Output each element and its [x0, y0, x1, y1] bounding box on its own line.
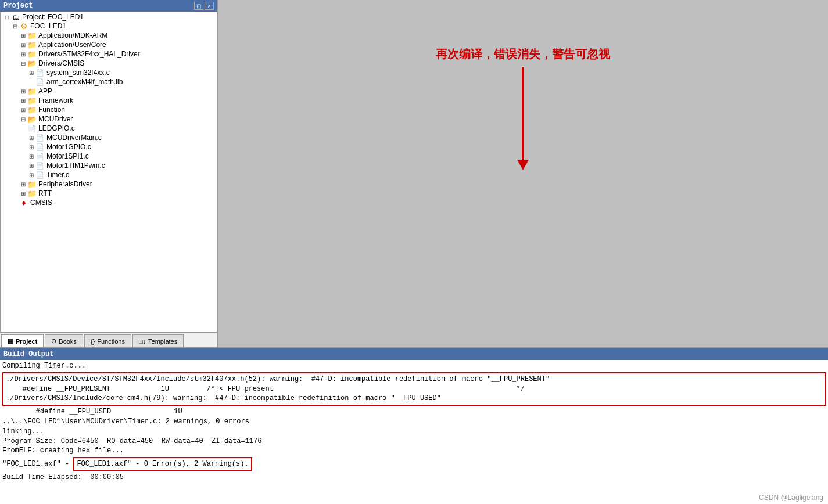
- project-tab-icon: ▦: [8, 337, 13, 345]
- tree-item-ledgpio[interactable]: 📄 LEDGPIO.c: [1, 124, 217, 133]
- tree-item-root[interactable]: □ 🗂 Project: FOC_LED1: [1, 12, 217, 21]
- expand-icon[interactable]: □: [3, 13, 11, 21]
- tree-item-drivers-stm32[interactable]: ⊞ 📁 Drivers/STM32F4xx_HAL_Driver: [1, 49, 217, 59]
- build-output-content[interactable]: Compiling Timer.c... ./Drivers/CMSIS/Dev…: [0, 360, 828, 504]
- tree-label: Project: FOC_LED1: [22, 13, 84, 21]
- expand-icon[interactable]: ⊞: [27, 161, 35, 170]
- tree-item-function[interactable]: ⊞ 📁 Function: [1, 105, 217, 114]
- tree-label: FOC_LED1: [30, 22, 66, 30]
- tree-item-foc-led1[interactable]: ⊟ ⚙ FOC_LED1: [1, 21, 217, 31]
- tab-books[interactable]: ⊙ Books: [45, 334, 83, 347]
- build-line-w1: ./Drivers/CMSIS/Device/ST/STM32F4xx/Incl…: [6, 375, 822, 384]
- annotation-text: 再次编译，错误消失，警告可忽视: [436, 46, 610, 62]
- build-line-timer-warnings: ..\..\FOC_LED1\User\MCUDriver\Timer.c: 2…: [2, 417, 826, 427]
- tree-item-motor1gpio[interactable]: ⊞ 📄 Motor1GPIO.c: [1, 142, 217, 152]
- tree-label: Timer.c: [46, 171, 69, 179]
- tree-label: APP: [38, 87, 52, 95]
- warning-block-1: ./Drivers/CMSIS/Device/ST/STM32F4xx/Incl…: [2, 372, 826, 406]
- expand-icon[interactable]: ⊞: [19, 180, 27, 188]
- expand-icon[interactable]: ⊞: [19, 31, 27, 39]
- tree-label: Motor1TIM1Pwm.c: [46, 161, 105, 170]
- folder-icon: 📁: [27, 51, 37, 57]
- tree-item-app-mdk[interactable]: ⊞ 📁 Application/MDK-ARM: [1, 31, 217, 40]
- build-line-compiling: Compiling Timer.c...: [2, 361, 826, 371]
- build-line-program-size: Program Size: Code=6450 RO-data=450 RW-d…: [2, 437, 826, 447]
- tree-label: Drivers/STM32F4xx_HAL_Driver: [38, 50, 140, 58]
- panel-titlebar: Project ⊡ ×: [0, 0, 217, 12]
- expand-icon[interactable]: ⊞: [27, 152, 35, 160]
- annotation-area: 再次编译，错误消失，警告可忽视: [436, 46, 610, 170]
- build-line-result: FOC_LED1.axf" - 0 Error(s), 2 Warning(s)…: [77, 460, 248, 468]
- expand-icon[interactable]: ⊟: [19, 115, 27, 123]
- pin-button[interactable]: ⊡: [194, 2, 203, 10]
- tree-item-motor1tim1[interactable]: ⊞ 📄 Motor1TIM1Pwm.c: [1, 161, 217, 170]
- tree-item-rtt[interactable]: ⊞ 📁 RTT: [1, 189, 217, 198]
- tab-functions[interactable]: {} Functions: [84, 334, 131, 347]
- expand-icon[interactable]: ⊞: [27, 143, 35, 151]
- tree-label: RTT: [38, 189, 52, 197]
- folder-icon: 📁: [27, 88, 37, 95]
- tree-label: Drivers/CMSIS: [38, 59, 84, 67]
- tree-item-peripherals[interactable]: ⊞ 📁 PeripheralsDriver: [1, 179, 217, 189]
- tree-label: MCUDriverMain.c: [46, 134, 102, 142]
- tree-item-framework[interactable]: ⊞ 📁 Framework: [1, 96, 217, 105]
- tree-label: Application/MDK-ARM: [38, 31, 107, 39]
- expand-icon[interactable]: ⊞: [27, 171, 35, 179]
- tree-item-mcudrivermain[interactable]: ⊞ 📄 MCUDriverMain.c: [1, 133, 217, 142]
- tree-item-arm-cortex[interactable]: 📄 arm_cortexM4lf_math.lib: [1, 77, 217, 87]
- file-icon: 📄: [35, 143, 45, 150]
- build-line-fromelf: FromELF: creating hex file...: [2, 446, 826, 456]
- folder-icon: 📁: [27, 32, 37, 39]
- expand-icon[interactable]: ⊞: [19, 96, 27, 105]
- build-line-w3: ./Drivers/CMSIS/Include/core_cm4.h(79): …: [6, 394, 822, 404]
- expand-icon[interactable]: ⊟: [11, 22, 19, 30]
- tab-project[interactable]: ▦ Project: [1, 334, 44, 347]
- build-output-panel: Build Output Compiling Timer.c... ./Driv…: [0, 347, 828, 504]
- file-icon: 📄: [35, 171, 45, 178]
- tree-label: PeripheralsDriver: [38, 180, 92, 188]
- tree-item-system-stm32[interactable]: ⊞ 📄 system_stm32f4xx.c: [1, 68, 217, 77]
- tree-label: Function: [38, 106, 65, 114]
- tab-templates[interactable]: □↓ Templates: [132, 334, 184, 347]
- expand-icon[interactable]: ⊞: [19, 41, 27, 49]
- diamond-icon: ♦: [19, 199, 28, 206]
- expand-icon[interactable]: ⊞: [19, 106, 27, 114]
- build-line-quote-start: "FOC_LED1.axf" -: [2, 459, 73, 469]
- folder-icon: 📁: [27, 106, 37, 113]
- expand-icon[interactable]: ⊞: [27, 69, 35, 77]
- build-output-title: Build Output: [0, 348, 828, 360]
- expand-icon[interactable]: ⊞: [27, 134, 35, 142]
- tree-item-timer[interactable]: ⊞ 📄 Timer.c: [1, 170, 217, 179]
- project-tree[interactable]: □ 🗂 Project: FOC_LED1 ⊟ ⚙ FOC_LED1 ⊞ 📁 A…: [0, 12, 217, 332]
- expand-icon[interactable]: ⊞: [19, 50, 27, 58]
- expand-icon[interactable]: ⊞: [19, 189, 27, 197]
- tree-item-app[interactable]: ⊞ 📁 APP: [1, 87, 217, 96]
- build-line-fpu-used: #define __FPU_USED 1U: [2, 407, 826, 417]
- folder-open-icon: 📂: [27, 60, 37, 67]
- file-icon: 📄: [27, 125, 37, 132]
- close-panel-button[interactable]: ×: [205, 2, 214, 10]
- file-icon: 📄: [35, 162, 45, 169]
- result-line-wrapper: "FOC_LED1.axf" - FOC_LED1.axf" - 0 Error…: [2, 456, 826, 473]
- tree-label: system_stm32f4xx.c: [46, 69, 110, 77]
- tree-item-app-user[interactable]: ⊞ 📁 Application/User/Core: [1, 40, 217, 49]
- watermark: CSDN @Lagligelang: [759, 494, 823, 502]
- file-icon: 📄: [35, 78, 45, 85]
- folder-icon: 📁: [27, 181, 37, 188]
- main-content-area: 再次编译，错误消失，警告可忽视: [218, 0, 828, 347]
- tree-label: Framework: [38, 96, 73, 105]
- tree-label: LEDGPIO.c: [38, 124, 75, 132]
- books-tab-icon: ⊙: [51, 337, 56, 345]
- tab-functions-label: Functions: [97, 338, 125, 345]
- tree-item-cmsis[interactable]: ♦ CMSIS: [1, 198, 217, 207]
- tree-item-drivers-cmsis[interactable]: ⊟ 📂 Drivers/CMSIS: [1, 59, 217, 68]
- expand-icon[interactable]: ⊟: [19, 59, 27, 67]
- tree-label: MCUDriver: [38, 115, 73, 123]
- result-block: FOC_LED1.axf" - 0 Error(s), 2 Warning(s)…: [73, 457, 252, 471]
- folder-icon: 📁: [27, 190, 37, 197]
- expand-icon[interactable]: ⊞: [19, 87, 27, 95]
- tree-item-motor1spi1[interactable]: ⊞ 📄 Motor1SPI1.c: [1, 152, 217, 161]
- folder-icon: 📁: [27, 97, 37, 104]
- gear-folder-icon: ⚙: [19, 23, 28, 30]
- tree-item-mcudriver[interactable]: ⊟ 📂 MCUDriver: [1, 114, 217, 124]
